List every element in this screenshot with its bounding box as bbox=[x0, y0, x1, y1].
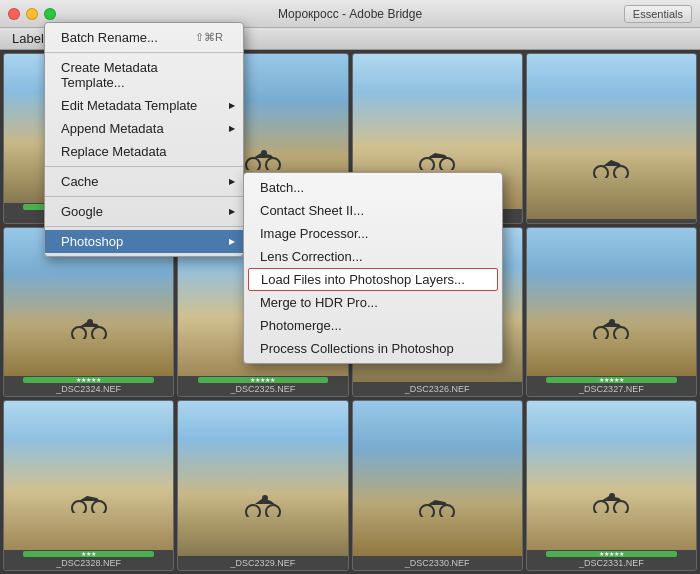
svg-point-24 bbox=[262, 495, 268, 501]
window-controls bbox=[8, 8, 56, 20]
minimize-button[interactable] bbox=[26, 8, 38, 20]
thumb-image bbox=[353, 401, 522, 556]
submenu-merge-hdr[interactable]: Merge to HDR Pro... bbox=[244, 291, 502, 314]
menu-separator bbox=[45, 52, 243, 53]
essentials-button[interactable]: Essentials bbox=[624, 5, 692, 23]
moto-icon bbox=[243, 145, 283, 170]
file-name: _DSC2330.NEF bbox=[356, 557, 519, 569]
menu-google[interactable]: Google bbox=[45, 200, 243, 223]
thumb-footer: ★★★★★ _DSC2325.NEF bbox=[178, 376, 347, 396]
moto-icon bbox=[417, 492, 457, 517]
moto-icon bbox=[69, 488, 109, 513]
file-name: _DSC2329.NEF bbox=[181, 557, 344, 569]
svg-point-3 bbox=[246, 158, 260, 170]
svg-point-28 bbox=[614, 501, 628, 513]
photoshop-submenu: Batch... Contact Sheet II... Image Proce… bbox=[243, 172, 503, 364]
thumb-footer: _DSC2329.NEF bbox=[178, 556, 347, 570]
tools-dropdown: Batch Rename... ⇧⌘R Create Metadata Temp… bbox=[44, 22, 244, 257]
svg-point-8 bbox=[594, 166, 608, 178]
menu-photoshop[interactable]: Photoshop bbox=[45, 230, 243, 253]
thumb-footer: ★★★★★ _DSC2324.NEF bbox=[4, 376, 173, 396]
moto-icon bbox=[591, 153, 631, 178]
svg-point-11 bbox=[92, 327, 106, 339]
submenu-lens-correction[interactable]: Lens Correction... bbox=[244, 245, 502, 268]
menu-separator bbox=[45, 196, 243, 197]
moto-icon bbox=[243, 492, 283, 517]
thumb-footer: _DSC2326.NEF bbox=[353, 382, 522, 396]
thumb-image bbox=[4, 401, 173, 550]
menu-separator bbox=[45, 166, 243, 167]
file-name bbox=[530, 220, 693, 222]
submenu-image-processor[interactable]: Image Processor... bbox=[244, 222, 502, 245]
svg-point-29 bbox=[609, 493, 615, 499]
close-button[interactable] bbox=[8, 8, 20, 20]
svg-point-26 bbox=[440, 505, 454, 517]
thumb-image bbox=[527, 401, 696, 550]
menu-create-metadata[interactable]: Create Metadata Template... bbox=[45, 56, 243, 94]
svg-point-5 bbox=[261, 150, 267, 156]
file-name: _DSC2327.NEF bbox=[530, 383, 693, 395]
menu-append-metadata[interactable]: Append Metadata bbox=[45, 117, 243, 140]
thumbnail-cell[interactable] bbox=[526, 53, 697, 224]
thumbnail-cell[interactable]: ★★★★★ _DSC2327.NEF bbox=[526, 227, 697, 398]
svg-point-4 bbox=[266, 158, 280, 170]
file-name: _DSC2324.NEF bbox=[7, 383, 170, 395]
svg-point-27 bbox=[594, 501, 608, 513]
thumbnail-cell[interactable]: ★★★ _DSC2328.NEF bbox=[3, 400, 174, 571]
file-name: _DSC2328.NEF bbox=[7, 557, 170, 569]
svg-point-22 bbox=[246, 505, 260, 517]
menu-batch-rename[interactable]: Batch Rename... ⇧⌘R bbox=[45, 26, 243, 49]
svg-point-12 bbox=[87, 319, 93, 325]
maximize-button[interactable] bbox=[44, 8, 56, 20]
thumb-image bbox=[527, 228, 696, 377]
thumb-footer: ★★★★★ _DSC2327.NEF bbox=[527, 376, 696, 396]
svg-point-20 bbox=[72, 501, 86, 513]
submenu-contact-sheet[interactable]: Contact Sheet II... bbox=[244, 199, 502, 222]
svg-point-17 bbox=[594, 327, 608, 339]
svg-point-25 bbox=[420, 505, 434, 517]
svg-point-18 bbox=[614, 327, 628, 339]
window-title: Морокросс - Adobe Bridge bbox=[278, 7, 422, 21]
svg-point-7 bbox=[440, 158, 454, 170]
thumb-footer: ★★★ _DSC2328.NEF bbox=[4, 550, 173, 570]
submenu-load-files[interactable]: Load Files into Photoshop Layers... bbox=[248, 268, 498, 291]
moto-icon bbox=[417, 145, 457, 170]
submenu-process-collections[interactable]: Process Collections in Photoshop bbox=[244, 337, 502, 360]
menu-replace-metadata[interactable]: Replace Metadata bbox=[45, 140, 243, 163]
thumbnail-cell[interactable]: ★★★★★ _DSC2331.NEF bbox=[526, 400, 697, 571]
svg-point-23 bbox=[266, 505, 280, 517]
menu-cache[interactable]: Cache bbox=[45, 170, 243, 193]
thumbnail-cell[interactable]: _DSC2330.NEF bbox=[352, 400, 523, 571]
thumbnail-cell[interactable]: _DSC2329.NEF bbox=[177, 400, 348, 571]
moto-icon bbox=[591, 488, 631, 513]
submenu-batch[interactable]: Batch... bbox=[244, 176, 502, 199]
menu-edit-metadata[interactable]: Edit Metadata Template bbox=[45, 94, 243, 117]
thumb-footer bbox=[527, 219, 696, 223]
svg-point-19 bbox=[609, 319, 615, 325]
svg-point-6 bbox=[420, 158, 434, 170]
svg-point-10 bbox=[72, 327, 86, 339]
file-name: _DSC2325.NEF bbox=[181, 383, 344, 395]
thumb-image bbox=[527, 54, 696, 219]
thumb-footer: _DSC2330.NEF bbox=[353, 556, 522, 570]
moto-icon bbox=[591, 314, 631, 339]
moto-icon bbox=[69, 314, 109, 339]
thumb-image bbox=[178, 401, 347, 556]
svg-point-21 bbox=[92, 501, 106, 513]
svg-point-9 bbox=[614, 166, 628, 178]
submenu-photomerge[interactable]: Photomerge... bbox=[244, 314, 502, 337]
thumb-footer: ★★★★★ _DSC2331.NEF bbox=[527, 550, 696, 570]
file-name: _DSC2331.NEF bbox=[530, 557, 693, 569]
file-name: _DSC2326.NEF bbox=[356, 383, 519, 395]
menu-separator bbox=[45, 226, 243, 227]
